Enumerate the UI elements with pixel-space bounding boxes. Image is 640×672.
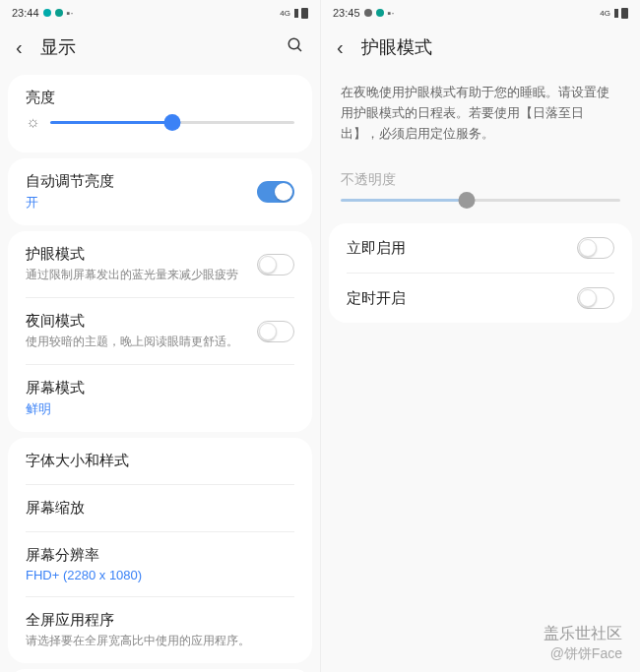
screen-zoom-label: 屏幕缩放: [26, 499, 85, 518]
brightness-card: 亮度 ☼: [8, 75, 312, 153]
status-bar: 23:45 ▪· 4G: [321, 0, 640, 26]
notification-icon: [55, 9, 63, 17]
night-mode-row[interactable]: 夜间模式 使用较暗的主题，晚上阅读眼睛更舒适。: [26, 298, 294, 365]
eye-comfort-screen: 23:45 ▪· 4G ‹ 护眼模式 在夜晚使用护眼模式有助于您的睡眠。请设置使…: [320, 0, 640, 672]
schedule-label: 定时开启: [347, 289, 406, 308]
brightness-label: 亮度: [26, 89, 294, 107]
signal-icon: [294, 9, 298, 18]
notification-icon: ▪·: [67, 7, 74, 19]
schedule-toggle[interactable]: [577, 287, 614, 309]
modes-card: 护眼模式 通过限制屏幕发出的蓝光量来减少眼疲劳 夜间模式 使用较暗的主题，晚上阅…: [8, 231, 312, 432]
display-settings-screen: 23:44 ▪· 4G ‹ 显示 亮度 ☼ 自动调节亮度: [0, 0, 320, 672]
screen-mode-row[interactable]: 屏幕模式 鲜明: [26, 365, 294, 432]
watermark-sub: @饼饼Face: [544, 644, 622, 664]
fullscreen-apps-desc: 请选择要在全屏宽高比中使用的应用程序。: [26, 633, 250, 649]
notification-icon: [364, 9, 372, 17]
notification-icon: ▪·: [388, 7, 395, 19]
status-bar: 23:44 ▪· 4G: [0, 0, 320, 26]
notification-icon: [43, 9, 51, 17]
font-style-label: 字体大小和样式: [26, 452, 129, 470]
screen-mode-label: 屏幕模式: [26, 379, 85, 397]
eye-comfort-desc: 通过限制屏幕发出的蓝光量来减少眼疲劳: [26, 267, 247, 283]
enable-now-row[interactable]: 立即启用: [347, 223, 614, 274]
sun-icon: ☼: [26, 113, 40, 131]
page-header: ‹ 护眼模式: [321, 26, 640, 69]
font-style-row[interactable]: 字体大小和样式: [26, 438, 294, 485]
opacity-slider[interactable]: [341, 199, 620, 202]
schedule-row[interactable]: 定时开启: [347, 274, 614, 323]
eye-comfort-row[interactable]: 护眼模式 通过限制屏幕发出的蓝光量来减少眼疲劳: [26, 231, 294, 298]
resolution-row[interactable]: 屏幕分辨率 FHD+ (2280 x 1080): [26, 532, 294, 597]
opacity-label: 不透明度: [321, 157, 640, 195]
auto-brightness-toggle[interactable]: [257, 181, 294, 203]
back-icon[interactable]: ‹: [16, 36, 23, 59]
auto-brightness-card: 自动调节亮度 开: [8, 158, 312, 225]
night-mode-toggle[interactable]: [257, 321, 294, 342]
page-header: ‹ 显示: [0, 26, 320, 69]
night-mode-desc: 使用较暗的主题，晚上阅读眼睛更舒适。: [26, 334, 247, 350]
notification-icon: [376, 9, 384, 17]
svg-line-1: [297, 47, 301, 51]
fullscreen-apps-row[interactable]: 全屏应用程序 请选择要在全屏宽高比中使用的应用程序。: [26, 597, 294, 663]
battery-icon: [621, 8, 628, 19]
toggles-card: 立即启用 定时开启: [329, 223, 632, 323]
watermark: 盖乐世社区 @饼饼Face: [544, 623, 622, 664]
svg-point-0: [288, 38, 299, 49]
signal-icon: [614, 9, 618, 18]
eye-comfort-description: 在夜晚使用护眼模式有助于您的睡眠。请设置使用护眼模式的日程表。若要使用【日落至日…: [321, 69, 640, 157]
page-title: 护眼模式: [361, 35, 624, 59]
eye-comfort-label: 护眼模式: [26, 245, 247, 264]
page-title: 显示: [40, 35, 287, 59]
resolution-label: 屏幕分辨率: [26, 546, 142, 565]
eye-comfort-toggle[interactable]: [257, 254, 294, 275]
screen-zoom-row[interactable]: 屏幕缩放: [26, 485, 294, 532]
clock: 23:44: [12, 7, 39, 19]
battery-icon: [301, 8, 308, 19]
clock: 23:45: [333, 7, 360, 19]
screen-mode-value: 鲜明: [26, 400, 85, 418]
network-label: 4G: [280, 9, 290, 18]
brightness-slider[interactable]: [50, 121, 294, 124]
enable-now-label: 立即启用: [347, 239, 406, 258]
enable-now-toggle[interactable]: [577, 237, 614, 259]
watermark-main: 盖乐世社区: [544, 623, 622, 644]
night-mode-label: 夜间模式: [26, 312, 247, 331]
network-label: 4G: [600, 9, 610, 18]
display-card: 字体大小和样式 屏幕缩放 屏幕分辨率 FHD+ (2280 x 1080) 全屏…: [8, 438, 312, 663]
auto-brightness-value: 开: [26, 194, 114, 212]
back-icon[interactable]: ‹: [337, 36, 344, 59]
search-icon[interactable]: [287, 36, 304, 59]
resolution-value: FHD+ (2280 x 1080): [26, 568, 142, 582]
auto-brightness-row[interactable]: 自动调节亮度 开: [26, 158, 294, 225]
auto-brightness-label: 自动调节亮度: [26, 172, 114, 191]
fullscreen-apps-label: 全屏应用程序: [26, 611, 250, 630]
